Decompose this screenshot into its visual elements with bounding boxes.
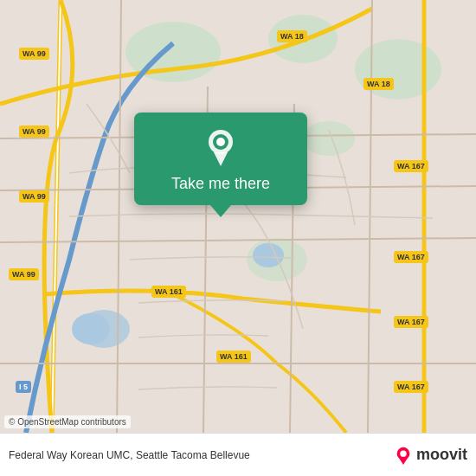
svg-point-6: [303, 121, 355, 156]
route-badge-wa161-1: WA 161: [151, 286, 186, 298]
route-badge-wa18-2: WA 18: [363, 78, 394, 90]
route-badge-wa167-1: WA 167: [394, 160, 428, 172]
map-attribution: © OpenStreetMap contributors: [4, 415, 131, 428]
location-pin-icon: [202, 128, 240, 166]
take-me-there-label[interactable]: Take me there: [171, 175, 270, 193]
route-badge-wa167-3: WA 167: [394, 316, 428, 328]
route-badge-wa161-2: WA 161: [216, 351, 251, 363]
route-badge-wa18-1: WA 18: [277, 30, 307, 42]
route-badge-wa99-2: WA 99: [19, 125, 49, 138]
svg-point-26: [400, 450, 406, 456]
route-badge-wa99-4: WA 99: [9, 268, 39, 280]
moovit-logo: moovit: [394, 446, 467, 465]
route-badge-i5: I 5: [16, 381, 31, 393]
moovit-pin-icon: [394, 446, 413, 465]
route-badge-wa167-2: WA 167: [394, 251, 428, 263]
route-badge-wa99-3: WA 99: [19, 190, 49, 203]
route-badge-wa167-4: WA 167: [394, 381, 428, 393]
svg-marker-23: [214, 152, 228, 166]
map-container: WA 99 WA 99 WA 99 WA 99 WA 18 WA 18 WA 1…: [0, 0, 476, 433]
place-text: Federal Way Korean UMC, Seattle Tacoma B…: [9, 449, 250, 461]
svg-marker-25: [399, 458, 407, 464]
map-roads: [0, 0, 476, 433]
svg-point-3: [355, 39, 441, 100]
route-badge-wa99-1: WA 99: [19, 48, 49, 60]
moovit-text: moovit: [416, 446, 467, 464]
svg-point-7: [72, 313, 110, 344]
svg-point-22: [216, 138, 225, 146]
popup-card[interactable]: Take me there: [134, 113, 307, 205]
bottom-bar: Federal Way Korean UMC, Seattle Tacoma B…: [0, 433, 476, 476]
